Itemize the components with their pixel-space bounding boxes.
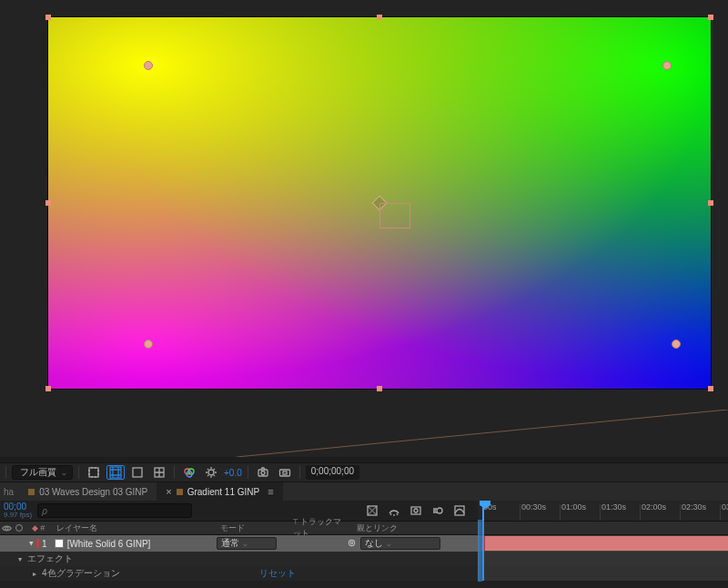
draft-3d-icon[interactable] <box>363 503 381 518</box>
pickwhip-icon[interactable] <box>347 538 357 550</box>
index-column-header[interactable]: ◆ # <box>25 523 51 532</box>
layer-in-handle[interactable] <box>481 536 485 551</box>
svg-point-25 <box>349 540 354 545</box>
mode-column-header[interactable]: モード <box>215 522 288 534</box>
timeline-footer <box>0 581 728 588</box>
tab-label: 03 Waves Design 03 GINP <box>39 487 147 497</box>
tab-label: Gradient 11 GINP <box>187 487 259 497</box>
solo-column-icon[interactable] <box>13 523 25 532</box>
visibility-column-icon[interactable] <box>0 523 13 533</box>
chevron-down-icon: ⌵ <box>62 469 66 477</box>
layer-color-label[interactable] <box>36 539 39 548</box>
close-icon[interactable]: × <box>166 486 171 497</box>
timeline-search-input[interactable]: ρ <box>37 503 192 518</box>
svg-point-15 <box>261 471 265 475</box>
gradient-point-3[interactable] <box>144 340 153 349</box>
transform-handle-br[interactable] <box>708 386 713 391</box>
layer-duration-bar[interactable] <box>481 536 728 551</box>
layer-name-cell[interactable]: [White Solid 6 GINP] <box>51 539 213 549</box>
separator <box>174 466 175 479</box>
transform-handle-bl[interactable] <box>46 386 51 391</box>
time-ruler[interactable]: 00s 00:30s 01:00s 01:30s 02:00s 02:30s 0… <box>478 501 728 521</box>
ruler-tick-label: 02:00s <box>642 502 666 512</box>
layer-name-column-header[interactable]: レイヤー名 <box>51 522 215 534</box>
timeline-header: 00;00 9.97 fps) ρ 00s 00:30s 01:00s 01:3… <box>0 501 728 521</box>
tab-gradient-11[interactable]: × Gradient 11 GINP ≡ <box>157 482 282 501</box>
mask-visibility-toggle[interactable] <box>128 465 147 480</box>
motion-blur-icon[interactable] <box>429 503 447 518</box>
layer-row-1[interactable]: ▸ 1 [White Solid 6 GINP] 通常⌵ なし⌵ <box>0 535 728 552</box>
layer-bounding-box[interactable] <box>47 16 712 390</box>
snapshot-icon[interactable] <box>254 465 272 480</box>
panel-label-cropped: ha <box>2 482 23 501</box>
timeline-tabs: ha 03 Waves Design 03 GINP × Gradient 11… <box>0 482 728 501</box>
viewer-toolbar: フル画質 ⌵ +0.0 0;00;00;00 <box>0 462 728 482</box>
transform-handle-ml[interactable] <box>46 200 51 206</box>
ruler-tick-label: 01:30s <box>602 502 626 512</box>
transform-handle-bm[interactable] <box>377 386 382 391</box>
preview-timecode[interactable]: 0;00;00;00 <box>306 465 359 480</box>
resolution-dropdown[interactable]: フル画質 ⌵ <box>12 465 73 480</box>
gradient-point-4[interactable] <box>672 340 681 349</box>
svg-point-20 <box>414 509 418 512</box>
transform-handle-tl[interactable] <box>46 15 51 20</box>
panel-menu-icon[interactable]: ≡ <box>268 486 273 497</box>
comp-color-swatch <box>28 489 35 495</box>
separator <box>299 466 300 479</box>
effect-name: 4色グラデーション <box>42 567 120 580</box>
reset-effect-link[interactable]: リセット <box>259 567 296 580</box>
motion-path-overlay <box>237 410 728 457</box>
svg-rect-19 <box>411 507 420 514</box>
svg-point-21 <box>437 508 442 513</box>
svg-point-13 <box>208 470 214 475</box>
track-area <box>478 566 728 581</box>
transparency-grid-toggle[interactable] <box>106 465 125 480</box>
layer-index: ▸ 1 <box>25 539 51 549</box>
region-of-interest[interactable] <box>379 203 410 228</box>
resolution-label: フル画質 <box>20 466 56 479</box>
svg-rect-8 <box>133 468 142 477</box>
tab-waves-design[interactable]: 03 Waves Design 03 GINP <box>23 482 157 501</box>
separator <box>5 466 6 479</box>
separator <box>248 466 248 479</box>
shy-layers-icon[interactable] <box>385 503 403 518</box>
ruler-tick-label: 01:00s <box>561 502 586 512</box>
color-channels-icon[interactable] <box>180 465 198 480</box>
blend-mode-cell[interactable]: 通常⌵ <box>213 537 280 550</box>
twirl-down-icon[interactable]: ▸ <box>26 542 35 546</box>
parent-column-header[interactable]: 親とリンク <box>351 522 488 534</box>
transform-handle-tm[interactable] <box>377 15 382 20</box>
composition-viewer[interactable] <box>0 0 728 457</box>
exposure-reset-icon[interactable] <box>202 465 220 480</box>
fps-hint: 9.97 fps) <box>4 512 32 519</box>
graph-editor-icon[interactable] <box>450 503 469 518</box>
svg-point-23 <box>5 526 7 529</box>
svg-line-5 <box>237 410 728 457</box>
exposure-value[interactable]: +0.0 <box>224 468 242 478</box>
svg-point-26 <box>350 542 352 543</box>
ruler-tick-label: 02:30s <box>682 502 706 512</box>
twirl-right-icon[interactable]: ▸ <box>33 570 36 578</box>
twirl-down-icon[interactable]: ▸ <box>16 557 25 561</box>
gradient-point-2[interactable] <box>662 61 672 70</box>
effect-row-4color[interactable]: ▸ 4色グラデーション リセット <box>0 566 728 581</box>
gradient-point-1[interactable] <box>144 61 153 70</box>
preview-snapshot-icon[interactable] <box>276 465 294 480</box>
comp-color-swatch <box>177 489 183 495</box>
guides-toggle[interactable] <box>150 465 168 480</box>
svg-rect-17 <box>283 471 287 474</box>
layer-duration-track[interactable] <box>478 535 728 552</box>
parent-cell[interactable]: なし⌵ <box>343 537 478 550</box>
transform-handle-mr[interactable] <box>708 200 713 206</box>
track-area <box>478 552 728 566</box>
effects-group-row[interactable]: ▸ エフェクト <box>0 552 728 566</box>
current-time-indicator[interactable] <box>482 501 484 521</box>
ruler-tick-label: 00:30s <box>521 502 546 512</box>
region-of-interest-toggle[interactable] <box>85 465 103 480</box>
solid-icon <box>55 539 64 548</box>
transform-handle-tr[interactable] <box>708 15 713 20</box>
frame-blend-icon[interactable] <box>407 503 425 518</box>
svg-rect-6 <box>89 468 98 477</box>
separator <box>78 466 79 479</box>
timeline-column-headers: ◆ # レイヤー名 モード T トラックマット 親とリンク <box>0 521 728 535</box>
